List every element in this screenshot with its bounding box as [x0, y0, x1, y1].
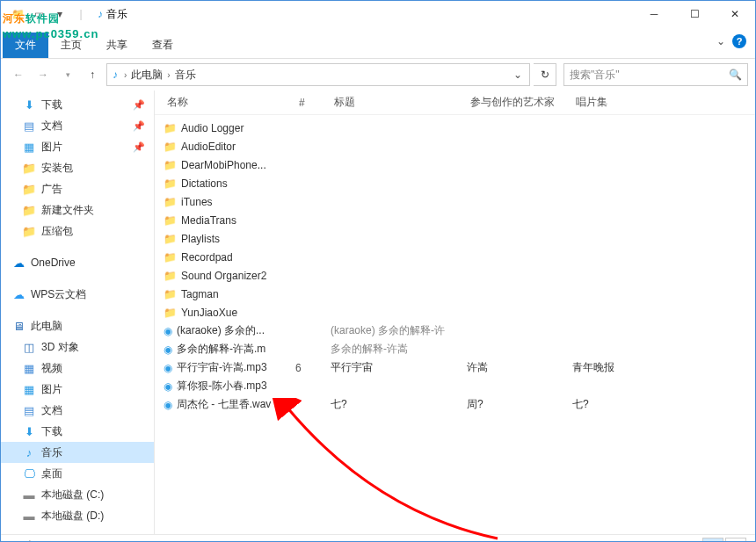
- video-icon: ▦: [22, 361, 36, 375]
- folder-icon: 📁: [8, 4, 27, 24]
- col-num[interactable]: #: [295, 97, 331, 109]
- view-details-button[interactable]: ☰: [702, 538, 723, 543]
- file-row[interactable]: 📁Sound Organizer2: [155, 266, 755, 285]
- file-row[interactable]: ◉多余的解释-许嵩.m多余的解释-许嵩: [155, 340, 755, 358]
- sidebar-item-newfolder[interactable]: 📁新建文件夹: [1, 199, 154, 220]
- sidebar-item-documents2[interactable]: ▤文档: [1, 400, 154, 421]
- sidebar-item-desktop[interactable]: 🖵桌面: [1, 463, 154, 484]
- sidebar-item-ddrive[interactable]: ▬本地磁盘 (D:): [1, 505, 154, 526]
- sidebar-item-downloads[interactable]: ⬇下载📌: [1, 94, 154, 115]
- address-bar[interactable]: ♪ › 此电脑 › 音乐 ⌄: [106, 63, 530, 86]
- file-name: DearMobiPhone...: [181, 159, 266, 171]
- sidebar-item-music[interactable]: ♪音乐: [1, 442, 154, 463]
- file-row[interactable]: ◉周杰伦 - 七里香.wav七?周?七?: [155, 395, 755, 414]
- drive-icon: ▬: [22, 488, 36, 502]
- file-title: 七?: [331, 397, 467, 412]
- up-button[interactable]: ↑: [82, 64, 103, 85]
- col-artist[interactable]: 参与创作的艺术家: [467, 95, 572, 110]
- sidebar-item-videos[interactable]: ▦视频: [1, 358, 154, 379]
- sidebar-item-pkg[interactable]: 📁安装包: [1, 157, 154, 178]
- minimize-button[interactable]: ─: [634, 1, 674, 27]
- tab-file[interactable]: 文件: [3, 33, 48, 58]
- folder-icon: 📁: [22, 161, 36, 175]
- file-name: 平行宇宙-许嵩.mp3: [177, 360, 267, 375]
- col-name[interactable]: 名称: [164, 95, 295, 110]
- chevron-right-icon[interactable]: ›: [164, 70, 172, 80]
- file-row[interactable]: 📁MediaTrans: [155, 211, 755, 229]
- file-row[interactable]: ◉算你狠-陈小春.mp3: [155, 377, 755, 395]
- close-button[interactable]: ✕: [715, 1, 755, 27]
- search-input[interactable]: 搜索"音乐" 🔍: [563, 63, 748, 86]
- maximize-button[interactable]: ☐: [674, 1, 715, 27]
- download-icon: ⬇: [22, 424, 36, 438]
- sidebar-item-3d[interactable]: ◫3D 对象: [1, 336, 154, 358]
- sidebar-item-thispc[interactable]: 🖥此电脑: [1, 315, 154, 336]
- breadcrumb-music[interactable]: 音乐: [173, 68, 198, 83]
- computer-icon: 🖥: [11, 319, 25, 333]
- music-icon: ♪: [109, 69, 121, 81]
- sidebar-item-wps[interactable]: ☁WPS云文档: [1, 284, 154, 305]
- file-row[interactable]: 📁Audio Logger: [155, 119, 755, 137]
- qat-properties-icon[interactable]: ▭: [29, 4, 48, 24]
- download-icon: ⬇: [22, 98, 36, 112]
- sidebar-item-ads[interactable]: 📁广告: [1, 178, 154, 199]
- sidebar-item-documents[interactable]: ▤文档📌: [1, 115, 154, 136]
- file-title: (karaoke) 多余的解释-许: [331, 323, 467, 338]
- sidebar-item-zip[interactable]: 📁压缩包: [1, 220, 154, 242]
- search-placeholder: 搜索"音乐": [570, 68, 620, 83]
- tab-share[interactable]: 共享: [94, 33, 140, 58]
- sidebar-item-cdrive[interactable]: ▬本地磁盘 (C:): [1, 484, 154, 505]
- file-row[interactable]: 📁YunJiaoXue: [155, 303, 755, 322]
- address-dropdown-icon[interactable]: ⌄: [508, 69, 527, 81]
- col-title[interactable]: 标题: [331, 95, 467, 110]
- file-name: 多余的解释-许嵩.m: [177, 342, 265, 357]
- column-headers: 名称 # 标题 参与创作的艺术家 唱片集: [155, 90, 755, 115]
- recent-dropdown[interactable]: ▾: [57, 64, 78, 85]
- file-row[interactable]: 📁DearMobiPhone...: [155, 155, 755, 174]
- file-row[interactable]: 📁Dictations: [155, 174, 755, 192]
- file-row[interactable]: ◉(karaoke) 多余的...(karaoke) 多余的解释-许: [155, 322, 755, 340]
- folder-icon: 📁: [164, 177, 177, 190]
- folder-icon: 📁: [22, 182, 36, 196]
- file-row[interactable]: 📁Tagman: [155, 285, 755, 303]
- file-row[interactable]: 📁AudioEditor: [155, 137, 755, 155]
- sidebar-item-pictures2[interactable]: ▦图片: [1, 379, 154, 400]
- folder-icon: 📁: [164, 214, 177, 227]
- chevron-right-icon[interactable]: ›: [121, 70, 129, 80]
- forward-button[interactable]: →: [33, 64, 54, 85]
- file-row[interactable]: 📁Recordpad: [155, 248, 755, 266]
- file-name: Recordpad: [181, 251, 233, 264]
- col-album[interactable]: 唱片集: [572, 95, 660, 110]
- file-album: 七?: [572, 397, 660, 412]
- audio-icon: ◉: [164, 380, 172, 393]
- view-icons-button[interactable]: ▦: [725, 538, 746, 543]
- audio-icon: ◉: [164, 362, 172, 374]
- sidebar-item-onedrive[interactable]: ☁OneDrive: [1, 252, 154, 273]
- file-artist: 许嵩: [467, 360, 572, 375]
- file-name: AudioEditor: [181, 141, 236, 153]
- tab-view[interactable]: 查看: [140, 33, 185, 58]
- file-row[interactable]: 📁Playlists: [155, 229, 755, 248]
- help-icon[interactable]: ?: [732, 34, 746, 48]
- folder-icon: 📁: [164, 307, 177, 319]
- file-name: Sound Organizer2: [181, 270, 266, 282]
- sidebar-item-downloads2[interactable]: ⬇下载: [1, 421, 154, 442]
- back-button[interactable]: ←: [8, 64, 29, 85]
- navbar: ← → ▾ ↑ ♪ › 此电脑 › 音乐 ⌄ ↻ 搜索"音乐" 🔍: [1, 59, 755, 90]
- ribbon: 文件 主页 共享 查看 ⌄ ?: [1, 27, 755, 59]
- folder-icon: 📁: [164, 196, 177, 208]
- sidebar-item-pictures[interactable]: ▦图片📌: [1, 136, 154, 157]
- file-name: YunJiaoXue: [181, 307, 237, 319]
- folder-icon: 📁: [164, 251, 177, 264]
- folder-icon: 📁: [164, 122, 177, 134]
- file-row[interactable]: ◉平行宇宙-许嵩.mp36平行宇宙许嵩青年晚报: [155, 358, 755, 377]
- qat-dropdown-icon[interactable]: ▾: [50, 4, 69, 24]
- tab-home[interactable]: 主页: [48, 33, 94, 58]
- refresh-button[interactable]: ↻: [534, 63, 556, 86]
- file-row[interactable]: 📁iTunes: [155, 192, 755, 211]
- document-icon: ▤: [22, 119, 36, 133]
- breadcrumb-thispc[interactable]: 此电脑: [129, 68, 164, 83]
- file-name: Playlists: [181, 233, 220, 245]
- audio-icon: ◉: [164, 325, 172, 337]
- ribbon-expand-icon[interactable]: ⌄: [716, 35, 725, 47]
